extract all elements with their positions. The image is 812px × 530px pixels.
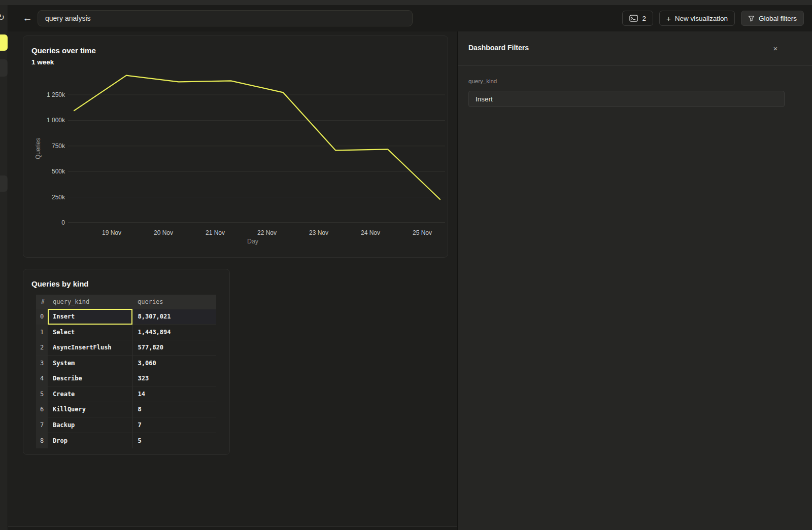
funnel-icon — [748, 15, 755, 22]
plus-icon: + — [666, 14, 671, 23]
filters-panel-title: Dashboard Filters — [468, 44, 529, 52]
window-top-strip — [0, 0, 812, 5]
row-index-cell[interactable]: 0 — [36, 309, 48, 325]
svg-text:20 Nov: 20 Nov — [154, 229, 173, 236]
table-row[interactable]: 3System3,060 — [36, 356, 216, 371]
queries-value-cell[interactable]: 5 — [132, 433, 216, 448]
row-index-cell[interactable]: 4 — [36, 371, 48, 386]
history-icon[interactable]: ↻ — [0, 12, 5, 23]
y-axis-title: Queries — [35, 138, 42, 159]
row-index-cell[interactable]: 5 — [36, 386, 48, 402]
svg-text:0: 0 — [61, 219, 65, 226]
sidebar-item-active[interactable] — [0, 34, 8, 51]
dashboard-canvas: Queries over time 1 week 0250k500k750k1 … — [8, 31, 457, 530]
new-visualization-label: New visualization — [675, 15, 728, 22]
sql-console-button[interactable]: 2 — [622, 11, 653, 26]
global-filters-label: Global filters — [759, 15, 797, 22]
query-kind-cell[interactable]: Drop — [48, 433, 132, 448]
query-kind-cell[interactable]: Insert — [48, 309, 132, 325]
query-kind-cell[interactable]: Backup — [48, 417, 132, 433]
svg-text:23 Nov: 23 Nov — [309, 229, 328, 236]
queries-series-line — [74, 76, 440, 199]
table-row[interactable]: 5Create14 — [36, 386, 216, 402]
y-axis-labels: 0250k500k750k1 000k1 250k — [47, 91, 65, 226]
table-row[interactable]: 0Insert8,307,021 — [36, 309, 216, 325]
row-index-cell[interactable]: 6 — [36, 402, 48, 417]
back-button[interactable]: ← — [20, 11, 35, 25]
x-axis-labels: 19 Nov20 Nov21 Nov22 Nov23 Nov24 Nov25 N… — [102, 229, 432, 236]
queries-value-cell[interactable]: 8,307,021 — [132, 309, 216, 325]
toolbar-actions: 2 + New visualization Global filters — [622, 11, 804, 26]
table-row[interactable]: 6KillQuery8 — [36, 402, 216, 417]
below-fold-card-edge — [8, 526, 457, 530]
svg-text:750k: 750k — [52, 143, 65, 150]
svg-text:25 Nov: 25 Nov — [413, 229, 432, 236]
col-header-queries[interactable]: queries — [132, 295, 216, 309]
table-row[interactable]: 4Describe323 — [36, 371, 216, 386]
query-kind-filter-input[interactable] — [468, 91, 785, 107]
queries-by-kind-card[interactable]: Queries by kind # query_kind queries 0In… — [23, 269, 230, 455]
table-title: Queries by kind — [31, 279, 89, 288]
queries-value-cell[interactable]: 14 — [132, 386, 216, 402]
gridlines — [68, 95, 445, 223]
queries-value-cell[interactable]: 8 — [132, 402, 216, 417]
query-kind-cell[interactable]: Create — [48, 386, 132, 402]
terminal-icon — [629, 15, 638, 22]
svg-text:21 Nov: 21 Nov — [206, 229, 225, 236]
global-filters-button[interactable]: Global filters — [741, 11, 804, 26]
queries-value-cell[interactable]: 3,060 — [132, 356, 216, 371]
filters-panel-header: Dashboard Filters × — [458, 31, 812, 66]
console-count: 2 — [642, 15, 646, 22]
col-header-index[interactable]: # — [36, 295, 48, 309]
row-index-cell[interactable]: 8 — [36, 433, 48, 448]
close-icon[interactable]: × — [769, 42, 782, 54]
svg-text:19 Nov: 19 Nov — [102, 229, 121, 236]
svg-text:1 250k: 1 250k — [47, 91, 65, 98]
dashboard-title-input[interactable] — [38, 10, 413, 26]
row-index-cell[interactable]: 2 — [36, 340, 48, 356]
row-index-cell[interactable]: 1 — [36, 325, 48, 340]
queries-value-cell[interactable]: 577,820 — [132, 340, 216, 356]
queries-line-chart: 0250k500k750k1 000k1 250kQueries19 Nov20… — [23, 36, 449, 258]
query-kind-cell[interactable]: KillQuery — [48, 402, 132, 417]
query-kind-cell[interactable]: System — [48, 356, 132, 371]
x-axis-title: Day — [247, 238, 259, 245]
table-header-row: # query_kind queries — [36, 295, 216, 309]
queries-value-cell[interactable]: 323 — [132, 371, 216, 386]
dashboard-filters-panel: Dashboard Filters × query_kind — [457, 31, 812, 530]
svg-text:250k: 250k — [52, 194, 65, 201]
query-kind-cell[interactable]: AsyncInsertFlush — [48, 340, 132, 356]
queries-value-cell[interactable]: 7 — [132, 417, 216, 433]
query-kind-cell[interactable]: Select — [48, 325, 132, 340]
table-row[interactable]: 2AsyncInsertFlush577,820 — [36, 340, 216, 356]
table-row[interactable]: 7Backup7 — [36, 417, 216, 433]
new-visualization-button[interactable]: + New visualization — [659, 11, 735, 26]
query-kind-cell[interactable]: Describe — [48, 371, 132, 386]
row-index-cell[interactable]: 3 — [36, 356, 48, 371]
svg-text:22 Nov: 22 Nov — [257, 229, 277, 236]
queries-by-kind-table: # query_kind queries 0Insert8,307,0211Se… — [36, 295, 216, 448]
svg-text:1 000k: 1 000k — [47, 117, 65, 124]
sidebar-item[interactable] — [0, 59, 8, 77]
collapsed-sidebar[interactable]: ↻ — [0, 5, 8, 530]
svg-text:500k: 500k — [52, 168, 65, 175]
filter-field-label: query_kind — [468, 78, 497, 84]
top-toolbar: ← 2 + New visualization Global filters — [8, 5, 812, 31]
table-row[interactable]: 8Drop5 — [36, 433, 216, 448]
sidebar-item[interactable] — [0, 175, 8, 192]
table-row[interactable]: 1Select1,443,894 — [36, 325, 216, 340]
queries-value-cell[interactable]: 1,443,894 — [132, 325, 216, 340]
queries-over-time-card[interactable]: Queries over time 1 week 0250k500k750k1 … — [23, 36, 448, 258]
col-header-query-kind[interactable]: query_kind — [48, 295, 132, 309]
row-index-cell[interactable]: 7 — [36, 417, 48, 433]
svg-text:24 Nov: 24 Nov — [361, 229, 380, 236]
